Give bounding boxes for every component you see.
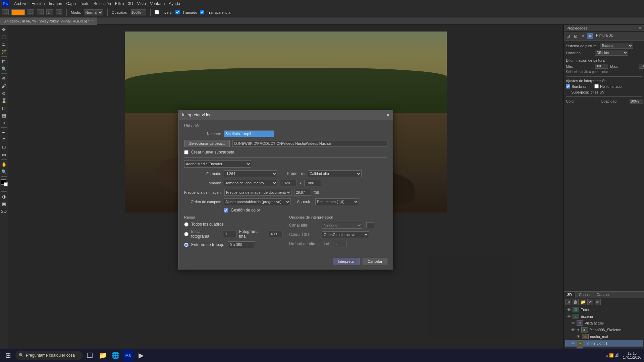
layer-icon-grid[interactable]: ⊞: [565, 299, 571, 305]
tool-screen[interactable]: ▣: [1, 200, 7, 207]
prop-icon-1[interactable]: ⊡: [565, 33, 571, 39]
final-input[interactable]: [269, 231, 282, 237]
taskbar-windows[interactable]: ⊞: [3, 350, 13, 361]
max-input[interactable]: [639, 64, 644, 69]
nombre-input[interactable]: [224, 130, 274, 137]
menu-seleccion[interactable]: Selección: [94, 1, 111, 6]
menu-capa[interactable]: Capa: [66, 1, 76, 6]
tool-history[interactable]: ⌛: [1, 97, 7, 104]
tool-mode[interactable]: ◑: [1, 193, 7, 200]
fps-input[interactable]: [294, 189, 311, 196]
menu-3d[interactable]: 3D: [128, 1, 133, 6]
color-wells[interactable]: [1, 179, 7, 189]
cancelar-button[interactable]: Cancelar: [363, 258, 387, 265]
tool-brush[interactable]: 🖌: [1, 82, 7, 89]
sistema-select[interactable]: Textura: [600, 43, 633, 49]
menu-filtro[interactable]: Filtro: [115, 1, 124, 6]
tool-btn2[interactable]: ⬚: [37, 9, 44, 15]
opacidad-input[interactable]: [131, 9, 146, 15]
tool-shape[interactable]: ▭: [1, 151, 7, 158]
no-iluminado-checkbox[interactable]: [594, 84, 599, 88]
taskbar-photoshop[interactable]: Ps: [123, 350, 133, 361]
tool-gradient[interactable]: ▦: [1, 112, 7, 119]
folder-path-input[interactable]: [232, 140, 387, 147]
aspecto-select[interactable]: Documento (1,0): [315, 198, 359, 205]
panel-collapse-icon[interactable]: ≡: [639, 26, 641, 30]
layer-item-infinite-light[interactable]: 👁 ☀ Infinite Light 1: [565, 340, 643, 347]
gestion-checkbox[interactable]: [224, 208, 228, 213]
menu-texto[interactable]: Texto: [80, 1, 90, 6]
eye-entorno[interactable]: 👁: [567, 307, 571, 312]
menu-edicion[interactable]: Edición: [32, 1, 45, 6]
orden-select[interactable]: Ajuste preestablecido (progresivo): [224, 198, 291, 205]
seleccionar-area-link[interactable]: Seleccionar área para pintar: [566, 70, 642, 74]
iniciar-input[interactable]: [223, 231, 236, 237]
tamano-select[interactable]: Tamaño del documento: [224, 180, 277, 186]
tool-magic-wand[interactable]: 🪄: [1, 48, 7, 55]
min-input[interactable]: [595, 64, 608, 69]
taskbar-explorer[interactable]: 📁: [97, 350, 108, 361]
tool-3d[interactable]: 3D: [1, 208, 7, 215]
subcarpeta-checkbox[interactable]: [184, 150, 189, 155]
tab-close[interactable]: ×: [92, 19, 94, 23]
tool-crop[interactable]: ⊡: [1, 58, 7, 65]
color-well[interactable]: [595, 99, 595, 104]
tool-select-rect[interactable]: ⬚: [1, 34, 7, 40]
eye-escena[interactable]: 👁: [567, 314, 571, 319]
taskbar-search[interactable]: 🔍 Pregúntame cualquier cosa: [15, 351, 83, 360]
invertir-checkbox[interactable]: [155, 10, 159, 14]
tab-canales[interactable]: Canales: [593, 292, 614, 298]
interpretar-button[interactable]: Interpretar: [333, 258, 360, 265]
calidad-select[interactable]: OpenGL interactivo: [322, 231, 369, 238]
tool-text[interactable]: T: [1, 136, 7, 143]
background-color[interactable]: [4, 182, 8, 186]
menu-ayuda[interactable]: Ayuda: [169, 1, 180, 6]
todos-radio[interactable]: [184, 222, 189, 227]
layer-item-entorno[interactable]: 👁 🌐 Entorno: [565, 306, 643, 313]
menu-vista[interactable]: Vista: [137, 1, 146, 6]
modo-select[interactable]: Normal: [84, 9, 103, 15]
select-folder-button[interactable]: Seleccionar carpeta...: [184, 140, 230, 147]
tool-pen[interactable]: ✒: [1, 129, 7, 136]
document-tab[interactable]: Sin título-1 al 66,7% (hokeyPokey_vFinal…: [0, 17, 97, 25]
entorno-radio[interactable]: [184, 243, 189, 247]
width-input[interactable]: [280, 180, 297, 186]
tool-zoom[interactable]: 🔍: [1, 168, 7, 175]
eye-plano[interactable]: 👁: [571, 327, 575, 332]
tool-dodge[interactable]: ○: [1, 119, 7, 126]
tool-btn4[interactable]: ⬚: [56, 9, 62, 15]
formato-select[interactable]: H.264: [224, 170, 277, 177]
taskbar-browser[interactable]: 🌐: [110, 350, 121, 361]
eye-vista[interactable]: 👁: [571, 321, 575, 325]
encoder-select[interactable]: Adobe Media Encoder: [184, 160, 251, 168]
tool-eyedropper[interactable]: 🔍: [1, 65, 7, 72]
layer-icon-folder[interactable]: 📁: [580, 299, 586, 305]
eye-nushu[interactable]: 👁: [576, 334, 581, 339]
layer-item-escena[interactable]: 👁 ⊙ Escena: [565, 313, 643, 320]
layer-item-nushu[interactable]: 👁 ◇ nushu_mat: [565, 333, 643, 340]
entorno-input[interactable]: [228, 241, 255, 248]
tool-hand[interactable]: ✋: [1, 161, 7, 168]
pintar-en-select[interactable]: Difusión: [595, 50, 628, 56]
dialog-close-button[interactable]: ×: [387, 112, 389, 118]
layer-item-plano[interactable]: 👁 ▼ ⊞ Plano006_Skeleton: [565, 326, 643, 333]
transparencia-checkbox[interactable]: [200, 10, 204, 14]
freq-select[interactable]: Frecuencia de imagen de documento: [224, 189, 291, 196]
tab-3d[interactable]: 3D: [564, 292, 576, 298]
tool-clone[interactable]: ⊙: [1, 90, 7, 97]
tool-eraser[interactable]: ◻: [1, 105, 7, 111]
tool-lasso[interactable]: ⊃: [1, 41, 7, 48]
layer-item-vista[interactable]: 👁 🎬 Vista actual: [565, 320, 643, 326]
layer-icon-trash[interactable]: 🗑: [573, 299, 579, 305]
layer-icon-link[interactable]: ⊕: [595, 299, 601, 305]
tool-btn3[interactable]: ⬚: [46, 9, 53, 15]
taskbar-vlc[interactable]: ▶: [136, 350, 146, 361]
color-swatch[interactable]: [11, 9, 25, 15]
tool-heal[interactable]: ⊕: [1, 75, 7, 82]
taskbar-task-view[interactable]: ❑: [85, 350, 95, 361]
tool-select[interactable]: ⬚: [2, 9, 9, 15]
layer-icon-eye[interactable]: 👁: [587, 299, 593, 305]
prop-icon-3[interactable]: ≡: [580, 33, 586, 39]
tool-path[interactable]: ⬡: [1, 144, 7, 150]
tab-capas[interactable]: Capas: [576, 292, 593, 298]
